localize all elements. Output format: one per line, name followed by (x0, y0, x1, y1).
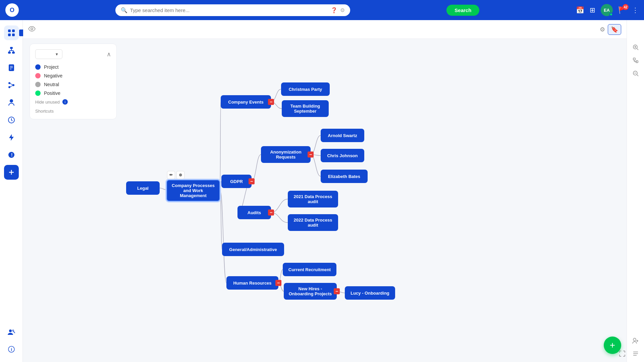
sidebar-item-users[interactable] (4, 324, 19, 339)
node-new-hires[interactable]: New Hires - Onboarding Projects− (284, 283, 337, 300)
search-icon: 🔍 (121, 7, 127, 13)
hide-unused-row: Hide unused i (35, 99, 111, 105)
flag-icon[interactable]: 🚩 42 (618, 6, 627, 14)
fullscreen-button[interactable] (619, 351, 625, 358)
project-dot (35, 64, 41, 70)
node-lucy-onboarding[interactable]: Lucy - Onboarding (345, 286, 395, 300)
svg-text:i: i (11, 347, 12, 352)
sidebar-item-time[interactable] (4, 113, 19, 127)
svg-rect-4 (10, 47, 13, 49)
node-company-processes[interactable]: ✏⊕Company Processes and Work Management (166, 180, 220, 201)
legend-dropdown[interactable]: ▾ (35, 49, 62, 59)
sidebar-item-add[interactable] (4, 165, 19, 180)
edit-pencil-button[interactable]: ✏ (167, 171, 175, 179)
sidebar-item-tree[interactable] (4, 78, 19, 93)
svg-point-28 (9, 329, 12, 332)
collapse-button-new-hires[interactable]: − (334, 288, 340, 294)
svg-rect-1 (12, 29, 15, 32)
sidebar-item-alert[interactable]: ! (4, 147, 19, 162)
legend-label-negative: Negative (44, 73, 62, 78)
node-team-building[interactable]: Team Building September (282, 100, 329, 117)
node-company-events[interactable]: Company Events− (221, 95, 271, 109)
settings-button[interactable]: ⚙ (600, 26, 605, 33)
zoom-fit-icon[interactable] (633, 57, 639, 65)
legend-item-negative: Negative (35, 73, 111, 78)
sidebar-item-docs[interactable] (4, 60, 19, 75)
node-arnold-swartz[interactable]: Arnold Swartz (321, 129, 364, 142)
main-area: ⚙ 🔖 ▾ ∧ (23, 20, 644, 362)
legend-panel: ▾ ∧ Project Negative Neutral Positive Hi… (30, 44, 117, 119)
neutral-dot (35, 82, 41, 87)
sidebar: ! i (0, 20, 23, 362)
collapse-button-human-resources[interactable]: − (275, 280, 281, 286)
legend-label-positive: Positive (44, 90, 60, 96)
svg-rect-3 (12, 34, 15, 36)
eye-icon[interactable] (28, 25, 36, 33)
node-general-admin[interactable]: General/Administrative (222, 243, 284, 256)
zoom-in-icon[interactable] (633, 44, 639, 52)
svg-rect-37 (633, 58, 635, 60)
shortcuts-label: Shortcuts (35, 109, 111, 114)
node-elizabeth-bates[interactable]: Elizabeth Bates (321, 170, 368, 183)
add-fab[interactable]: + (604, 337, 621, 354)
node-christmas-party[interactable]: Christmas Party (281, 82, 330, 96)
search-bar: 🔍 ❓ ⚙ (115, 4, 350, 16)
node-legal[interactable]: Legal (126, 181, 160, 195)
grid-icon[interactable]: ⊞ (590, 6, 595, 14)
svg-point-20 (10, 99, 13, 103)
info-icon: i (62, 99, 68, 105)
sidebar-item-info[interactable]: i (4, 342, 19, 357)
node-audits[interactable]: Audits− (237, 206, 271, 219)
legend-label-neutral: Neutral (44, 82, 59, 87)
collapse-icon[interactable]: ∧ (107, 51, 111, 58)
person-add-icon[interactable] (632, 338, 639, 346)
bookmark-button[interactable]: 🔖 (608, 24, 621, 35)
svg-point-32 (31, 28, 33, 30)
node-current-recruitment[interactable]: Current Recruitment (283, 263, 336, 276)
svg-line-23 (11, 120, 12, 121)
collapse-button-audits[interactable]: − (268, 209, 274, 216)
filter-icon[interactable]: ⚙ (340, 7, 345, 13)
avatar[interactable]: EA (601, 4, 613, 16)
help-icon[interactable]: ❓ (331, 7, 337, 13)
legend-item-neutral: Neutral (35, 82, 111, 87)
sidebar-item-hierarchy[interactable] (4, 43, 19, 58)
collapse-button-gdpr[interactable]: − (249, 178, 255, 184)
top-toolbar: ⚙ 🔖 (23, 20, 627, 39)
sidebar-item-flash[interactable] (4, 130, 19, 145)
svg-point-29 (12, 329, 14, 331)
logo[interactable]: O (5, 3, 19, 17)
sidebar-item-person[interactable] (4, 95, 19, 110)
svg-rect-5 (8, 52, 11, 54)
toolbar-right: ⚙ 🔖 (600, 24, 621, 35)
online-indicator (609, 13, 613, 16)
legend-header: ▾ ∧ (35, 49, 111, 59)
legend-dropdown-label (40, 52, 53, 57)
collapse-button-company-events[interactable]: − (268, 99, 274, 105)
add-child-button[interactable]: ⊕ (176, 171, 184, 179)
node-anonymization[interactable]: Anonymization Requests− (261, 146, 311, 163)
collapse-button-anonymization[interactable]: − (308, 152, 314, 158)
sidebar-item-grid[interactable] (4, 25, 19, 40)
legend-item-project: Project (35, 64, 111, 70)
node-edit-bar: ✏⊕ (167, 171, 184, 179)
node-chris-johnson[interactable]: Chris Johnson (321, 149, 364, 162)
node-audit-2021[interactable]: 2021 Data Process audit (288, 191, 338, 207)
hide-unused-text: Hide unused (35, 100, 60, 105)
right-panel (627, 20, 644, 362)
topnav: O 🔍 ❓ ⚙ Search 📅 ⊞ EA 🚩 42 ⋮ (0, 0, 644, 20)
chevron-down-icon: ▾ (56, 52, 58, 57)
zoom-out-icon[interactable] (633, 70, 639, 78)
list-icon[interactable] (633, 351, 639, 358)
more-icon[interactable]: ⋮ (632, 6, 639, 14)
calendar-icon[interactable]: 📅 (576, 6, 584, 14)
node-gdpr[interactable]: GDPR− (221, 175, 252, 188)
svg-rect-6 (12, 52, 15, 54)
positive-dot (35, 90, 41, 96)
search-input[interactable] (130, 7, 328, 13)
svg-line-43 (637, 75, 638, 76)
node-audit-2022[interactable]: 2022 Data Process audit (288, 214, 338, 231)
node-human-resources[interactable]: Human Resources− (226, 276, 278, 290)
search-button[interactable]: Search (446, 5, 479, 16)
svg-text:!: ! (11, 152, 13, 158)
